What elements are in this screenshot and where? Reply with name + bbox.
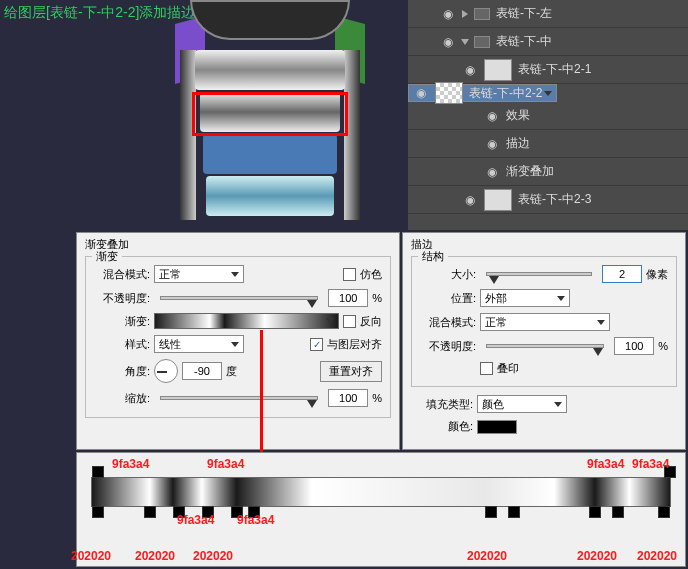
stop-color-label: 9fa3a4 (237, 513, 274, 527)
stop-color-label: 202020 (193, 549, 233, 563)
opacity-unit: % (372, 292, 382, 304)
callout-arrow (260, 330, 263, 470)
scale-value[interactable]: 100 (328, 389, 368, 407)
layer-thumb (484, 189, 512, 211)
stop-color-label: 202020 (135, 549, 175, 563)
color-swatch[interactable] (477, 420, 517, 434)
layer-row[interactable]: ◉ 表链-下-左 (408, 0, 688, 28)
stop-color-label: 202020 (71, 549, 111, 563)
opacity-slider[interactable] (160, 296, 318, 300)
stop-color-label: 9fa3a4 (632, 457, 669, 471)
blend-select[interactable]: 正常 (480, 313, 610, 331)
reverse-checkbox[interactable] (343, 315, 356, 328)
angle-label: 角度: (94, 364, 150, 379)
dither-checkbox[interactable] (343, 268, 356, 281)
align-label: 与图层对齐 (327, 337, 382, 352)
align-checkbox[interactable] (310, 338, 323, 351)
layer-thumb (484, 59, 512, 81)
blend-label: 混合模式: (420, 315, 476, 330)
layer-row-selected[interactable]: ◉ 表链-下-中2-2 (408, 84, 557, 102)
color-stop[interactable] (589, 506, 601, 518)
gradient-label: 渐变: (94, 314, 150, 329)
stop-color-label: 202020 (577, 549, 617, 563)
stop-color-label: 9fa3a4 (207, 457, 244, 471)
gradient-editor: 9fa3a4 9fa3a4 9fa3a4 9fa3a4 9fa3a4 9fa3a… (76, 452, 686, 567)
opacity-unit: % (658, 340, 668, 352)
layer-label: 表链-下-中2-1 (518, 61, 591, 78)
position-label: 位置: (420, 291, 476, 306)
layer-row[interactable]: ◉ 表链-下-中2-3 (408, 186, 688, 214)
gradient-overlay-dialog: 渐变叠加 渐变 混合模式: 正常 仿色 不透明度: 100 % 渐变: 反向 样… (76, 232, 400, 450)
color-stop[interactable] (144, 506, 156, 518)
angle-dial[interactable] (154, 359, 178, 383)
dither-label: 仿色 (360, 267, 382, 282)
gradient-bar[interactable] (91, 477, 671, 507)
stroke-dialog: 描边 结构 大小: 2 像素 位置: 外部 混合模式: 正常 不透明度: 100… (402, 232, 686, 450)
layer-label: 表链-下-中2-3 (518, 191, 591, 208)
stop-color-label: 202020 (467, 549, 507, 563)
dialog-title: 渐变叠加 (85, 237, 391, 252)
opacity-stop[interactable] (92, 466, 104, 478)
visibility-icon[interactable]: ◉ (440, 34, 456, 50)
expand-icon[interactable] (461, 39, 469, 45)
overprint-checkbox[interactable] (480, 362, 493, 375)
fx-item-row[interactable]: ◉ 渐变叠加 (408, 158, 688, 186)
visibility-icon[interactable]: ◉ (484, 108, 500, 124)
blend-label: 混合模式: (94, 267, 150, 282)
visibility-icon[interactable]: ◉ (484, 136, 500, 152)
scale-slider[interactable] (160, 396, 318, 400)
angle-value[interactable]: -90 (182, 362, 222, 380)
fx-row[interactable]: ◉ 效果 (408, 102, 688, 130)
layer-row[interactable]: ◉ 表链-下-中2-1 (408, 56, 688, 84)
expand-icon[interactable] (462, 10, 468, 18)
section-label: 渐变 (92, 249, 122, 264)
position-select[interactable]: 外部 (480, 289, 570, 307)
style-select[interactable]: 线性 (154, 335, 244, 353)
reset-align-button[interactable]: 重置对齐 (320, 361, 382, 382)
opacity-label: 不透明度: (420, 339, 476, 354)
folder-icon (474, 8, 490, 20)
scale-unit: % (372, 392, 382, 404)
visibility-icon[interactable]: ◉ (462, 62, 478, 78)
color-stop[interactable] (92, 506, 104, 518)
fx-item-label: 描边 (506, 135, 530, 152)
gradient-picker[interactable] (154, 313, 339, 329)
stop-color-label: 9fa3a4 (587, 457, 624, 471)
fx-item-row[interactable]: ◉ 描边 (408, 130, 688, 158)
fx-item-label: 渐变叠加 (506, 163, 554, 180)
size-value[interactable]: 2 (602, 265, 642, 283)
blend-select[interactable]: 正常 (154, 265, 244, 283)
scale-label: 缩放: (94, 391, 150, 406)
layer-label: 表链-下-左 (496, 5, 552, 22)
stop-color-label: 202020 (637, 549, 677, 563)
color-stop[interactable] (508, 506, 520, 518)
watch-illustration (140, 0, 400, 230)
fx-label: 效果 (506, 107, 530, 124)
highlight-rect (192, 92, 348, 136)
color-stop[interactable] (485, 506, 497, 518)
color-label: 颜色: (417, 419, 473, 434)
color-stop[interactable] (612, 506, 624, 518)
angle-unit: 度 (226, 364, 237, 379)
size-slider[interactable] (486, 272, 592, 276)
size-unit: 像素 (646, 267, 668, 282)
fill-select[interactable]: 颜色 (477, 395, 567, 413)
layer-label: 表链-下-中2-2 (469, 85, 542, 102)
opacity-slider[interactable] (486, 344, 604, 348)
color-stop[interactable] (658, 506, 670, 518)
opacity-value[interactable]: 100 (614, 337, 654, 355)
section-label: 结构 (418, 249, 448, 264)
stop-color-label: 9fa3a4 (112, 457, 149, 471)
visibility-icon[interactable]: ◉ (462, 192, 478, 208)
opacity-value[interactable]: 100 (328, 289, 368, 307)
layer-row[interactable]: ◉ 表链-下-中 (408, 28, 688, 56)
overprint-label: 叠印 (497, 361, 519, 376)
stop-color-label: 9fa3a4 (177, 513, 214, 527)
visibility-icon[interactable]: ◉ (440, 6, 456, 22)
size-label: 大小: (420, 267, 476, 282)
layers-panel: ◉ 表链-下-左 ◉ 表链-下-中 ◉ 表链-下-中2-1 ◉ 表链-下-中2-… (408, 0, 688, 230)
visibility-icon[interactable]: ◉ (413, 85, 429, 101)
reverse-label: 反向 (360, 314, 382, 329)
visibility-icon[interactable]: ◉ (484, 164, 500, 180)
folder-icon (474, 36, 490, 48)
